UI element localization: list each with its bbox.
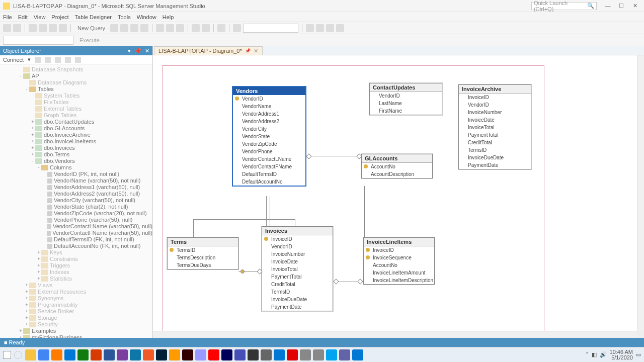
entity-column[interactable]: VendorID: [370, 92, 442, 100]
entity-column[interactable]: InvoiceID: [262, 235, 333, 243]
expand-icon[interactable]: +: [24, 295, 29, 302]
tb-icon-9[interactable]: [326, 24, 334, 32]
expand-icon[interactable]: -: [24, 86, 29, 93]
entity-column[interactable]: AccountDescription: [362, 170, 432, 178]
entity-column[interactable]: VendorPhone: [233, 148, 305, 155]
taskbar-app-icon[interactable]: [77, 349, 89, 360]
menu-help[interactable]: Help: [163, 14, 174, 20]
taskbar-app-icon[interactable]: [156, 349, 167, 360]
tree-node[interactable]: +dbo.Invoices: [0, 145, 152, 151]
tray-volume-icon[interactable]: 🔊: [600, 351, 607, 358]
expand-icon[interactable]: +: [24, 289, 29, 295]
tray-chevron-icon[interactable]: ˄: [586, 351, 589, 358]
entity-column[interactable]: VendorAddress1: [233, 110, 305, 118]
entity-column[interactable]: InvoiceID: [459, 94, 531, 101]
entity-column[interactable]: DefaultAccountNo: [233, 178, 305, 186]
menu-file[interactable]: File: [3, 14, 12, 20]
tb-icon-10[interactable]: [336, 24, 344, 32]
entity-column[interactable]: VendorName: [233, 103, 305, 110]
tree-node[interactable]: +dbo.Terms: [0, 151, 152, 158]
paste-button[interactable]: [176, 24, 184, 32]
minimize-button[interactable]: —: [602, 3, 614, 9]
expand-icon[interactable]: +: [36, 269, 41, 276]
taskbar-app-icon[interactable]: [313, 349, 324, 360]
vertical-scrollbar[interactable]: [637, 55, 644, 331]
expand-icon[interactable]: +: [24, 308, 29, 315]
oe-tool-3[interactable]: [55, 57, 61, 63]
expand-icon[interactable]: +: [36, 262, 41, 269]
expand-icon[interactable]: +: [18, 328, 23, 334]
new-query-button[interactable]: New Query: [74, 25, 108, 31]
taskbar-app-icon[interactable]: [274, 349, 285, 360]
new-button[interactable]: [29, 24, 37, 32]
tree-node[interactable]: +dbo.ContactUpdates: [0, 119, 152, 125]
tree-node[interactable]: +Examples: [0, 328, 152, 334]
taskbar-app-icon[interactable]: [143, 349, 154, 360]
taskbar-app-icon[interactable]: [248, 349, 259, 360]
entity-column[interactable]: VendorZipCode: [233, 140, 305, 148]
tree-node[interactable]: +myFictionalBusiness: [0, 334, 152, 338]
horizontal-scrollbar[interactable]: [153, 331, 637, 338]
tree-node[interactable]: +Views: [0, 282, 152, 289]
toolbar-combo[interactable]: [243, 24, 298, 33]
entity-invoices-title[interactable]: Invoices: [262, 227, 333, 235]
entity-column[interactable]: InvoiceDueDate: [262, 296, 333, 303]
menu-view[interactable]: View: [34, 14, 46, 20]
expand-icon[interactable]: +: [24, 282, 29, 289]
tree-node[interactable]: +Security: [0, 321, 152, 328]
entity-invoicearchive-title[interactable]: InvoiceArchive: [459, 85, 531, 94]
taskbar-app-icon[interactable]: [51, 349, 62, 360]
expand-icon[interactable]: -: [18, 73, 23, 79]
redo-button[interactable]: [202, 24, 210, 32]
expand-icon[interactable]: -: [30, 158, 35, 164]
tab-close-icon[interactable]: ✕: [254, 48, 258, 54]
entity-column[interactable]: FirstName: [370, 107, 442, 115]
menu-edit[interactable]: Edit: [18, 14, 28, 20]
entity-column[interactable]: InvoiceDate: [262, 258, 333, 265]
oe-refresh-icon[interactable]: [65, 57, 71, 63]
tree-node[interactable]: VendorPhone (varchar(50), null): [0, 217, 152, 223]
expand-icon[interactable]: +: [18, 334, 23, 338]
save-button[interactable]: [49, 24, 57, 32]
entity-column[interactable]: InvoiceTotal: [459, 124, 531, 131]
tree-node[interactable]: VendorContactLName (varchar(50), null): [0, 223, 152, 230]
tree-node[interactable]: +Synonyms: [0, 295, 152, 302]
entity-column[interactable]: TermsID: [262, 288, 333, 296]
object-explorer-tree[interactable]: Database Snapshots-APDatabase Diagrams-T…: [0, 64, 152, 338]
entity-vendors-title[interactable]: Vendors: [233, 87, 305, 95]
taskbar-app-icon[interactable]: [182, 349, 193, 360]
expand-icon[interactable]: +: [30, 132, 35, 138]
entity-column[interactable]: CreditTotal: [459, 139, 531, 146]
taskbar-app-icon[interactable]: [91, 349, 102, 360]
expand-icon[interactable]: +: [24, 302, 29, 308]
oe-dropdown-icon[interactable]: ▾: [128, 48, 131, 54]
diagram-canvas[interactable]: Vendors VendorIDVendorNameVendorAddress1…: [153, 55, 644, 338]
expand-icon[interactable]: +: [30, 119, 35, 125]
tb-icon-5[interactable]: [217, 24, 225, 32]
database-combo[interactable]: [3, 36, 73, 45]
tree-node[interactable]: -Tables: [0, 86, 152, 93]
tree-node[interactable]: +dbo.InvoiceLineItems: [0, 138, 152, 145]
entity-column[interactable]: TermsDueDays: [168, 261, 238, 269]
pin-icon[interactable]: 📌: [245, 48, 251, 53]
entity-terms[interactable]: Terms TermsIDTermsDescriptionTermsDueDay…: [167, 237, 238, 269]
entity-terms-title[interactable]: Terms: [168, 238, 238, 246]
entity-column[interactable]: TermsID: [459, 146, 531, 154]
expand-icon[interactable]: +: [24, 315, 29, 321]
entity-column[interactable]: InvoiceNumber: [262, 250, 333, 258]
entity-column[interactable]: InvoiceLineItemDescription: [364, 277, 434, 284]
menu-window[interactable]: Window: [137, 14, 156, 20]
open-button[interactable]: [39, 24, 47, 32]
tree-node[interactable]: +Statistics: [0, 276, 152, 282]
tree-node[interactable]: +Programmability: [0, 302, 152, 308]
tree-node[interactable]: VendorState (char(2), not null): [0, 204, 152, 210]
cut-button[interactable]: [156, 24, 164, 32]
oe-close-icon[interactable]: ✕: [145, 48, 149, 54]
tb-icon-1[interactable]: [110, 24, 118, 32]
execute-button[interactable]: Execute: [76, 37, 103, 43]
entity-column[interactable]: TermsDescription: [168, 254, 238, 261]
entity-column[interactable]: VendorAddress2: [233, 118, 305, 125]
tree-node[interactable]: +Service Broker: [0, 308, 152, 315]
close-button[interactable]: ✕: [629, 3, 641, 9]
entity-column[interactable]: InvoiceTotal: [262, 265, 333, 273]
